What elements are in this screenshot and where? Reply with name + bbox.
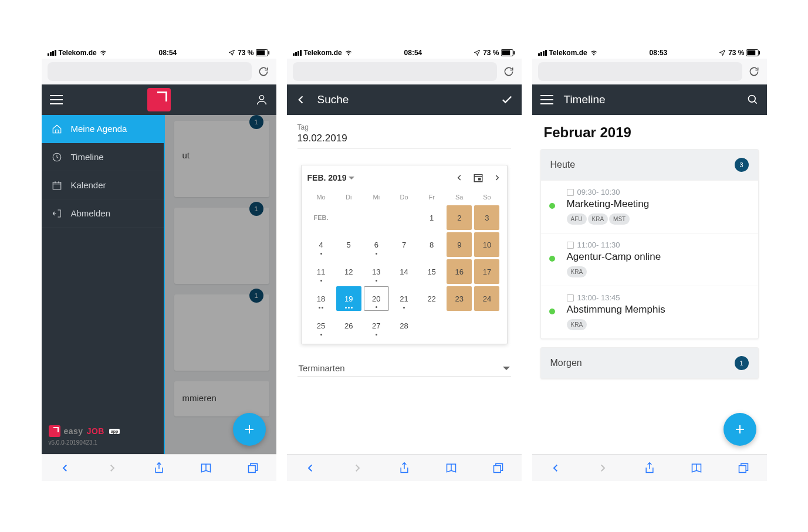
bookmarks-button[interactable] bbox=[444, 460, 459, 476]
calendar-day[interactable]: 23 bbox=[447, 286, 472, 311]
calendar-dow: Sa bbox=[445, 190, 473, 204]
sidebar-item-agenda[interactable]: Meine Agenda bbox=[42, 115, 164, 143]
calendar-day[interactable]: 6 bbox=[364, 232, 389, 257]
calendar-dow: Fr bbox=[418, 190, 445, 204]
count-badge: 1 bbox=[735, 356, 749, 370]
calendar-day[interactable]: 5 bbox=[336, 232, 361, 257]
calendar-day bbox=[391, 205, 417, 230]
calendar-dow: Do bbox=[390, 190, 418, 204]
today-icon[interactable] bbox=[473, 172, 484, 183]
menu-button[interactable] bbox=[540, 95, 553, 104]
sidebar-footer: easyJOB app v5.0.0-20190423.1 bbox=[42, 419, 164, 454]
svg-rect-11 bbox=[493, 465, 501, 472]
calendar-day[interactable]: 17 bbox=[474, 259, 499, 284]
forward-button[interactable] bbox=[350, 460, 365, 476]
timeline-event[interactable]: 11:00- 11:30Agentur-Camp onlineKRA bbox=[541, 233, 758, 286]
calendar-day[interactable]: 28 bbox=[391, 313, 417, 338]
share-button[interactable] bbox=[397, 460, 412, 476]
calendar-day[interactable]: 15 bbox=[419, 259, 444, 284]
calendar-day[interactable]: 24 bbox=[474, 286, 499, 311]
home-icon bbox=[51, 124, 63, 134]
attendee-tag: KRA bbox=[567, 266, 587, 277]
tabs-button[interactable] bbox=[736, 460, 751, 476]
add-fab[interactable] bbox=[233, 413, 266, 446]
event-type-dropdown[interactable]: Terminarten bbox=[297, 357, 511, 377]
calendar-day bbox=[336, 205, 361, 230]
sidebar-item-logout[interactable]: Abmelden bbox=[42, 199, 164, 228]
calendar-day[interactable]: 19 bbox=[336, 286, 361, 311]
content-area: Februar 2019 Heute 3 09:30- 10:30Marketi… bbox=[532, 115, 767, 454]
share-button[interactable] bbox=[151, 460, 167, 476]
forward-button[interactable] bbox=[104, 460, 120, 476]
tabs-button[interactable] bbox=[245, 460, 261, 476]
timeline-event[interactable]: 13:00- 13:45Abstimmung MemphisKRA bbox=[541, 286, 758, 338]
back-button[interactable] bbox=[58, 460, 73, 476]
url-field[interactable] bbox=[293, 62, 497, 81]
back-button[interactable] bbox=[548, 460, 563, 476]
time-label: 08:54 bbox=[159, 49, 177, 57]
clock-icon bbox=[51, 152, 63, 162]
calendar-day[interactable]: 22 bbox=[419, 286, 444, 311]
calendar-day[interactable]: 10 bbox=[474, 232, 499, 257]
date-field[interactable]: 19.02.2019 bbox=[297, 133, 511, 148]
sidebar-label: Abmelden bbox=[71, 208, 111, 218]
menu-button[interactable] bbox=[50, 95, 63, 104]
attendee-tag: KRA bbox=[567, 319, 587, 330]
event-tags: KRA bbox=[567, 319, 749, 330]
tabs-button[interactable] bbox=[491, 460, 506, 476]
signal-icon bbox=[48, 50, 56, 56]
calendar-day[interactable]: 3 bbox=[474, 205, 499, 230]
forward-button[interactable] bbox=[595, 460, 610, 476]
version-label: v5.0.0-20190423.1 bbox=[49, 439, 157, 446]
day-header[interactable]: Morgen 1 bbox=[541, 348, 758, 378]
add-fab[interactable] bbox=[724, 413, 756, 446]
calendar-day[interactable]: 25 bbox=[309, 313, 334, 338]
calendar-icon bbox=[567, 189, 574, 196]
url-field[interactable] bbox=[48, 62, 252, 81]
browser-toolbar bbox=[532, 454, 767, 481]
calendar-day[interactable]: 16 bbox=[447, 259, 472, 284]
calendar-day[interactable]: 21 bbox=[391, 286, 417, 311]
bookmarks-button[interactable] bbox=[689, 460, 704, 476]
calendar-dow: Mi bbox=[363, 190, 390, 204]
search-icon[interactable] bbox=[747, 94, 759, 106]
day-header[interactable]: Heute 3 bbox=[541, 150, 758, 180]
calendar-day[interactable]: 26 bbox=[336, 313, 361, 338]
month-selector[interactable]: FEB. 2019 bbox=[307, 173, 355, 182]
calendar-day[interactable]: 27 bbox=[364, 313, 389, 338]
timeline-event[interactable]: 09:30- 10:30Marketing-MeetingAFUKRAMST bbox=[541, 180, 758, 233]
back-button[interactable] bbox=[303, 460, 318, 476]
url-field[interactable] bbox=[538, 62, 742, 81]
attendee-tag: AFU bbox=[567, 214, 587, 225]
field-label: Tag bbox=[297, 123, 511, 131]
calendar-day[interactable]: 9 bbox=[447, 232, 472, 257]
bookmarks-button[interactable] bbox=[198, 460, 214, 476]
prev-month-button[interactable] bbox=[455, 174, 464, 182]
calendar-day[interactable]: 1 bbox=[419, 205, 444, 230]
battery-label: 73 % bbox=[238, 49, 253, 57]
next-month-button[interactable] bbox=[493, 174, 501, 182]
calendar-day[interactable]: 12 bbox=[336, 259, 361, 284]
reload-button[interactable] bbox=[502, 65, 516, 79]
sidebar-item-calendar[interactable]: Kalender bbox=[42, 171, 164, 199]
profile-icon[interactable] bbox=[255, 93, 268, 106]
sidebar-item-timeline[interactable]: Timeline bbox=[42, 143, 164, 171]
calendar-day[interactable]: 13 bbox=[364, 259, 389, 284]
calendar-day[interactable]: 4 bbox=[309, 232, 334, 257]
calendar-day[interactable]: 20 bbox=[364, 286, 389, 311]
calendar-day[interactable]: 8 bbox=[419, 232, 444, 257]
time-label: 08:54 bbox=[404, 49, 422, 57]
calendar-day[interactable]: 14 bbox=[391, 259, 417, 284]
calendar-day[interactable]: 2 bbox=[447, 205, 472, 230]
reload-button[interactable] bbox=[747, 65, 761, 79]
count-badge: 3 bbox=[735, 158, 749, 172]
calendar-day[interactable]: 18 bbox=[309, 286, 334, 311]
back-icon[interactable] bbox=[295, 94, 307, 106]
reload-button[interactable] bbox=[256, 65, 271, 79]
share-button[interactable] bbox=[642, 460, 657, 476]
calendar-day[interactable]: 11 bbox=[309, 259, 334, 284]
calendar-day[interactable]: 7 bbox=[391, 232, 417, 257]
confirm-icon[interactable] bbox=[501, 93, 513, 106]
svg-rect-4 bbox=[53, 182, 61, 189]
browser-url-bar bbox=[287, 59, 522, 84]
